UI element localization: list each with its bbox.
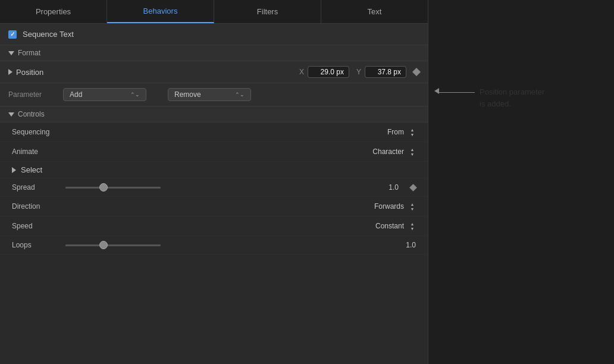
animate-down[interactable]: ▼ [409, 152, 416, 156]
add-dropdown[interactable]: Add ⌃⌄ [63, 88, 146, 101]
panel-content: Sequence Text Format Position X 29.0 px … [0, 24, 428, 364]
speed-value-group: Constant ▲ ▼ [375, 221, 416, 231]
sequence-text-label: Sequence Text [23, 30, 74, 39]
y-value-field[interactable]: 37.8 px [365, 66, 406, 78]
animate-value-group: Character ▲ ▼ [372, 147, 416, 156]
speed-stepper[interactable]: ▲ ▼ [409, 221, 416, 231]
position-label: Position [16, 68, 43, 77]
loops-label: Loops [12, 241, 59, 249]
select-row[interactable]: Select [0, 162, 428, 178]
x-label: X [299, 68, 304, 76]
spread-slider-thumb[interactable] [99, 183, 108, 192]
annotation-arrow-group [434, 86, 475, 94]
direction-up[interactable]: ▲ [409, 202, 416, 206]
animate-label: Animate [12, 148, 71, 156]
parameter-row: Parameter Add ⌃⌄ Remove ⌃⌄ [0, 83, 428, 106]
loops-row: Loops 1.0 [0, 236, 428, 255]
select-label: Select [21, 165, 42, 174]
select-expand-icon[interactable] [12, 167, 16, 173]
animate-stepper[interactable]: ▲ ▼ [409, 147, 416, 156]
spread-label: Spread [12, 183, 59, 192]
position-row: Position X 29.0 px Y 37.8 px [0, 61, 428, 83]
format-section-header[interactable]: Format [0, 45, 428, 61]
spread-value: 1.0 [381, 183, 399, 192]
speed-value: Constant [375, 222, 404, 230]
sequencing-stepper[interactable]: ▲ ▼ [409, 127, 416, 137]
sequencing-down[interactable]: ▼ [409, 132, 416, 137]
tab-bar: Properties Behaviors Filters Text [0, 0, 428, 24]
position-label-group: Position [8, 68, 56, 77]
parameter-label: Parameter [8, 90, 56, 99]
controls-collapse-icon [8, 112, 14, 117]
speed-up[interactable]: ▲ [409, 221, 416, 226]
x-value-field[interactable]: 29.0 px [308, 66, 349, 78]
sequencing-value-group: From ▲ ▼ [387, 127, 416, 137]
direction-stepper[interactable]: ▲ ▼ [409, 202, 416, 211]
format-collapse-icon [8, 51, 14, 55]
loops-slider-track[interactable] [65, 244, 161, 246]
sequencing-value: From [387, 128, 404, 136]
spread-keyframe-diamond[interactable] [409, 184, 417, 192]
speed-label: Speed [12, 222, 71, 230]
direction-value-group: Forwards ▲ ▼ [374, 202, 416, 211]
y-label: Y [356, 68, 361, 76]
speed-down[interactable]: ▼ [409, 226, 416, 231]
speed-row: Speed Constant ▲ ▼ [0, 216, 428, 236]
tab-text[interactable]: Text [321, 0, 428, 23]
tab-filters[interactable]: Filters [214, 0, 321, 23]
animate-up[interactable]: ▲ [409, 147, 416, 152]
add-dropdown-arrow: ⌃⌄ [130, 92, 140, 98]
position-keyframe-diamond[interactable] [412, 68, 421, 76]
spread-slider-fill [65, 187, 104, 189]
tab-properties[interactable]: Properties [0, 0, 107, 23]
controls-section-header[interactable]: Controls [0, 106, 428, 123]
direction-label: Direction [12, 202, 71, 211]
spread-slider-track[interactable] [65, 187, 161, 189]
sequencing-label: Sequencing [12, 128, 71, 136]
animate-value: Character [372, 148, 404, 156]
animate-row: Animate Character ▲ ▼ [0, 142, 428, 162]
tab-behaviors[interactable]: Behaviors [107, 0, 214, 23]
remove-dropdown-arrow: ⌃⌄ [235, 92, 245, 98]
sequence-text-checkbox[interactable] [8, 30, 17, 39]
sequencing-row: Sequencing From ▲ ▼ [0, 123, 428, 142]
annotation: Position parameter is added. [434, 86, 544, 109]
position-coords: X 29.0 px Y 37.8 px [61, 66, 419, 78]
spread-row: Spread 1.0 [0, 178, 428, 197]
annotation-text: Position parameter is added. [480, 86, 544, 109]
annotation-line [439, 92, 475, 93]
format-label: Format [18, 49, 40, 57]
direction-value: Forwards [374, 202, 404, 211]
sequencing-up[interactable]: ▲ [409, 127, 416, 132]
position-expand-icon[interactable] [8, 69, 12, 75]
sequence-text-row: Sequence Text [0, 24, 428, 45]
controls-label: Controls [18, 110, 45, 118]
loops-value: 1.0 [398, 241, 416, 249]
direction-down[interactable]: ▼ [409, 206, 416, 211]
loops-slider-fill [65, 244, 104, 246]
loops-slider-thumb[interactable] [99, 241, 108, 249]
annotation-arrowhead [434, 88, 439, 94]
remove-dropdown[interactable]: Remove ⌃⌄ [168, 88, 251, 101]
direction-row: Direction Forwards ▲ ▼ [0, 197, 428, 216]
